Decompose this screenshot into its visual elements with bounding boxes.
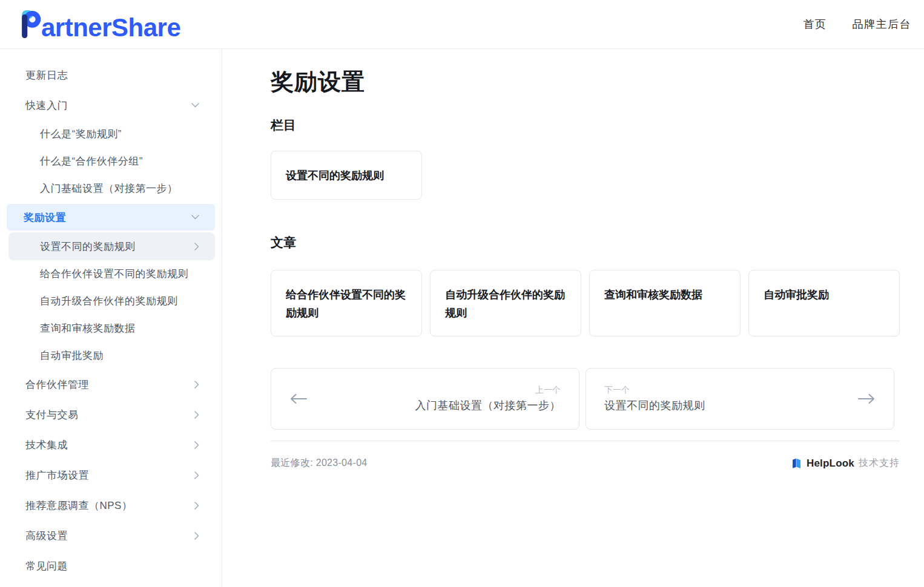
sidebar-item-changelog[interactable]: 更新日志 [0,60,222,90]
sidebar-item-auto-upgrade-rules[interactable]: 自动升级合作伙伴的奖励规则 [0,287,222,315]
footer: 最近修改: 2023-04-04 HelpLook 技术支持 [271,457,900,470]
chevron-right-icon [194,502,199,510]
sidebar-item-payments-transactions[interactable]: 支付与交易 [0,399,222,430]
sidebar-item-partner-reward-rules[interactable]: 给合作伙伴设置不同的奖励规则 [0,260,222,287]
helplook-credit[interactable]: HelpLook 技术支持 [791,457,900,470]
chevron-right-icon [194,532,199,540]
prev-page-text: 上一个 入门基础设置（对接第一步） [415,384,561,413]
sidebar: 更新日志 快速入门 什么是“奖励规则” 什么是“合作伙伴分组” 入门基础设置（对… [0,49,222,587]
articles-heading: 文章 [271,234,900,251]
sidebar-item-reward-settings-active[interactable]: 奖励设置 [7,204,215,231]
main-content: 奖励设置 栏目 设置不同的奖励规则 文章 给合作伙伴设置不同的奖励规则 自动升级… [222,49,924,587]
sidebar-item-advanced-settings[interactable]: 高级设置 [0,520,222,551]
sidebar-item-what-is-reward-rule[interactable]: 什么是“奖励规则” [0,120,222,148]
articles-card-row: 给合作伙伴设置不同的奖励规则 自动升级合作伙伴的奖励规则 查询和审核奖励数据 自… [271,270,900,336]
sidebar-item-quick-start[interactable]: 快速入门 [0,90,222,120]
sidebar-item-auto-approve-rewards[interactable]: 自动审批奖励 [0,342,222,369]
arrow-left-icon [289,393,308,404]
sidebar-item-faq[interactable]: 常见问题 [0,551,222,581]
chevron-down-icon [191,103,199,108]
chevron-down-icon [191,215,199,220]
sidebar-item-query-audit-rewards[interactable]: 查询和审核奖励数据 [0,315,222,342]
support-text: 技术支持 [859,457,900,470]
prev-label: 上一个 [415,384,561,395]
chevron-right-icon [194,381,199,389]
prev-page-card[interactable]: 上一个 入门基础设置（对接第一步） [271,368,579,430]
arrow-right-icon [857,393,876,404]
helplook-logo-icon [791,457,802,470]
next-label: 下一个 [604,384,705,395]
last-modified: 最近修改: 2023-04-04 [271,457,368,470]
sidebar-item-what-is-partner-group[interactable]: 什么是“合作伙伴分组” [0,148,222,175]
sidebar-item-marketplace-settings[interactable]: 推广市场设置 [0,460,222,490]
prev-title: 入门基础设置（对接第一步） [415,398,561,413]
sidebar-item-nps-survey[interactable]: 推荐意愿调查（NPS） [0,490,222,520]
top-nav: 首页 品牌主后台 [804,17,912,31]
next-title: 设置不同的奖励规则 [604,398,705,413]
sidebar-item-set-different-reward-rules[interactable]: 设置不同的奖励规则 [8,232,215,260]
article-card[interactable]: 查询和审核奖励数据 [589,270,741,336]
chevron-right-icon [194,471,199,479]
article-card[interactable]: 自动审批奖励 [748,270,900,336]
nav-brand-admin-link[interactable]: 品牌主后台 [853,17,912,31]
next-page-text: 下一个 设置不同的奖励规则 [604,384,705,413]
logo-p-icon [20,10,41,38]
columns-card-row: 设置不同的奖励规则 [271,151,900,200]
header: artnerShare 首页 品牌主后台 [0,0,924,49]
article-card[interactable]: 给合作伙伴设置不同的奖励规则 [271,270,422,336]
footer-divider [271,441,900,441]
next-page-card[interactable]: 下一个 设置不同的奖励规则 [586,368,894,430]
sidebar-item-basic-setup[interactable]: 入门基础设置（对接第一步） [0,175,222,202]
column-card[interactable]: 设置不同的奖励规则 [271,151,422,200]
chevron-right-icon [194,441,199,449]
logo-text: artnerShare [41,18,180,38]
page-title: 奖励设置 [271,67,900,96]
sidebar-item-tech-integration[interactable]: 技术集成 [0,430,222,460]
nav-home-link[interactable]: 首页 [804,17,827,31]
partnershare-logo[interactable]: artnerShare [20,10,180,38]
chevron-right-icon [194,243,199,251]
article-card[interactable]: 自动升级合作伙伴的奖励规则 [430,270,581,336]
columns-heading: 栏目 [271,117,900,133]
sidebar-item-partner-management[interactable]: 合作伙伴管理 [0,369,222,399]
helplook-name: HelpLook [807,457,854,470]
chevron-right-icon [194,411,199,419]
pagination: 上一个 入门基础设置（对接第一步） 下一个 设置不同的奖励规则 [271,368,900,430]
